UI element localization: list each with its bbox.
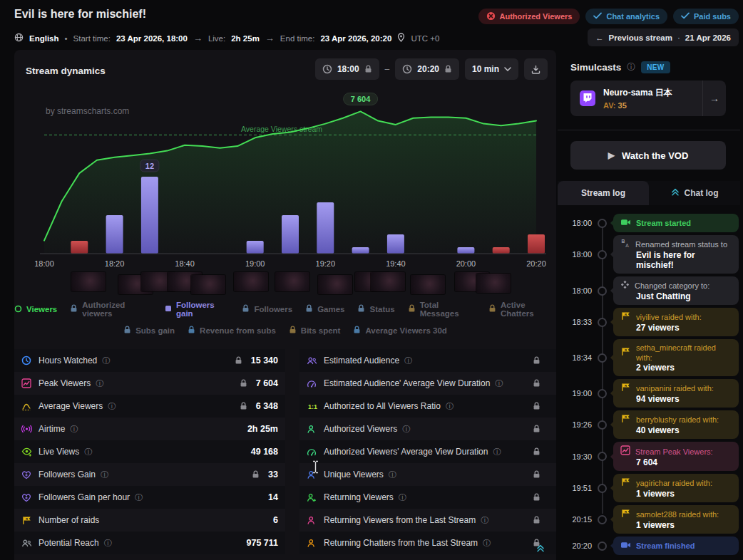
stream-thumbnail[interactable] — [275, 272, 309, 291]
stream-thumbnail[interactable] — [191, 275, 225, 294]
tab-chat-log[interactable]: Chat log — [649, 181, 740, 205]
legend-item-followers-gain[interactable]: Followers gain — [165, 301, 229, 318]
stat-row-live-views: Live Viewsⓘ49 168 — [14, 440, 285, 463]
info-icon[interactable]: ⓘ — [495, 378, 503, 389]
log-line1: Stream finished — [636, 541, 695, 551]
info-icon[interactable]: ⓘ — [108, 401, 116, 412]
lock-icon — [533, 493, 540, 502]
info-icon[interactable]: ⓘ — [481, 515, 489, 526]
download-button[interactable] — [524, 58, 548, 80]
svg-text:20:00: 20:00 — [456, 259, 476, 268]
info-icon[interactable]: ⓘ — [84, 447, 93, 457]
stream-dynamics-chart[interactable]: by streamscharts.com Average Viewers str… — [20, 84, 550, 271]
info-icon[interactable]: ⓘ — [493, 447, 501, 457]
time-to-control[interactable]: 20:20 — [395, 58, 459, 80]
info-icon[interactable]: ⓘ — [96, 378, 104, 389]
stream-thumbnail[interactable] — [234, 272, 268, 291]
legend-item-followers[interactable]: Followers — [242, 301, 292, 318]
time-from-control[interactable]: 18:00 — [315, 58, 379, 80]
info-icon[interactable]: ⓘ — [483, 538, 491, 549]
info-icon[interactable]: ⓘ — [627, 61, 635, 73]
log-time: 19:51 — [558, 484, 592, 492]
previous-stream-button[interactable]: ← Previous stream · 21 Apr 2026 — [588, 28, 739, 46]
simulcasts-header: Simulcasts ⓘ NEW — [570, 61, 670, 73]
raid-icon: R — [620, 414, 631, 425]
stream-log-entry: 19:00Rvanipanini raided with:94 viewers — [558, 379, 740, 408]
log-card-raid[interactable]: Rberryblushy raided with:40 viewers — [613, 410, 739, 439]
stream-dynamics-panel: Stream dynamics 18:00 – 20:20 10 min — [14, 50, 556, 560]
clock-icon — [402, 64, 412, 74]
stat-row-airtime: Airtimeⓘ2h 25m — [14, 418, 285, 440]
log-card-raid[interactable]: Rsetha_minecraft raided with:2 viewers — [613, 339, 739, 376]
log-time: 19:00 — [558, 389, 592, 398]
legend-item-games[interactable]: Games — [305, 301, 344, 318]
stream-thumbnail[interactable] — [371, 272, 405, 291]
camera-icon — [620, 541, 631, 551]
log-card-raid[interactable]: Rvanipanini raided with:94 viewers — [613, 379, 739, 408]
stream-thumbnail[interactable] — [71, 272, 106, 291]
stream-thumbnails — [20, 272, 550, 296]
simulcast-channel-card[interactable]: Neuro-sama 日本 AV: 35 → — [570, 81, 726, 116]
stat-value: 14 — [268, 492, 278, 502]
badge-label: Paid subs — [694, 12, 731, 21]
info-icon[interactable]: ⓘ — [101, 470, 109, 480]
header-badge-chat-analytics[interactable]: Chat analytics — [585, 9, 667, 24]
info-icon[interactable]: ⓘ — [389, 470, 397, 480]
simulcast-open-arrow[interactable]: → — [702, 81, 726, 116]
log-card-raid[interactable]: Ryagirichar raided with:1 viewers — [613, 474, 739, 502]
legend-item-status[interactable]: Status — [357, 301, 394, 318]
stat-value: 2h 25m — [247, 424, 278, 434]
raid-icon: R — [21, 516, 34, 525]
stream-thumbnail[interactable] — [411, 275, 445, 294]
log-card-finished: Stream finished — [613, 536, 739, 555]
info-icon[interactable]: ⓘ — [402, 424, 411, 435]
log-card-raid[interactable]: Rsamolet288 raided with:1 viewers — [613, 505, 739, 534]
chart-svg[interactable]: by streamscharts.com Average Viewers str… — [20, 84, 550, 271]
info-icon[interactable]: ⓘ — [70, 424, 78, 435]
legend-item-authorized-viewers[interactable]: Authorized viewers — [70, 301, 152, 318]
legend-item-active-chatters[interactable]: Active Chatters — [488, 301, 556, 318]
legend-row: ViewersAuthorized viewersFollowers gainF… — [14, 301, 556, 318]
header-badge-authorized-viewers[interactable]: Authorized Viewers — [478, 9, 580, 24]
legend-item-viewers[interactable]: Viewers — [14, 301, 57, 318]
log-line2: Just Chatting — [636, 291, 732, 301]
timeline-node — [598, 318, 607, 327]
info-icon[interactable]: ⓘ — [104, 538, 113, 549]
tab-stream-log[interactable]: Stream log — [558, 181, 649, 205]
chevrons-up-icon — [671, 188, 680, 198]
stream-log-entry: 20:15Rsamolet288 raided with:1 viewers — [558, 505, 740, 534]
scroll-up-indicator[interactable] — [536, 544, 545, 554]
header-badge-paid-subs[interactable]: Paid subs — [673, 9, 739, 24]
stat-label: Authorized to All Viewers Ratio — [324, 401, 441, 411]
legend-item-bits-spent[interactable]: Bits spent — [289, 326, 341, 336]
svg-text:20:20: 20:20 — [526, 259, 546, 268]
info-icon[interactable]: ⓘ — [404, 356, 413, 366]
stat-value: 49 168 — [251, 447, 278, 457]
log-card-raid[interactable]: Rviyilive raided with:27 viewers — [613, 308, 739, 336]
legend-item-average-viewers-30d[interactable]: Average Viewers 30d — [353, 326, 446, 336]
log-time: 18:00 — [558, 250, 592, 259]
raid-icon: R — [620, 347, 631, 358]
legend-item-subs-gain[interactable]: Subs gain — [123, 326, 175, 336]
legend-label: Average Viewers 30d — [365, 326, 446, 335]
stream-thumbnail[interactable] — [318, 275, 352, 294]
raid-icon: R — [620, 477, 631, 489]
stats-column-right: Estimated AudienceⓘEstimated Audience' A… — [299, 349, 556, 554]
interval-value: 10 min — [472, 64, 499, 74]
stat-label: Live Views — [39, 447, 79, 457]
legend-item-total-messages[interactable]: Total Messages — [408, 301, 476, 318]
camera-icon — [620, 218, 631, 229]
category-icon — [620, 280, 630, 291]
badge-label: Authorized Viewers — [500, 12, 573, 21]
info-icon[interactable]: ⓘ — [135, 492, 143, 503]
info-icon[interactable]: ⓘ — [102, 356, 111, 366]
stream-thumbnail[interactable] — [476, 274, 511, 293]
stat-row-returning-viewers-from-the-last-stream: Returning Viewers from the Last Streamⓘ — [299, 509, 556, 532]
info-icon[interactable]: ⓘ — [399, 492, 407, 503]
info-icon[interactable]: ⓘ — [446, 401, 454, 412]
interval-select[interactable]: 10 min — [465, 58, 518, 80]
heart-icon — [21, 493, 34, 502]
watch-vod-button[interactable]: ▶ Watch the VOD — [570, 141, 726, 170]
legend-item-revenue-from-subs[interactable]: Revenue from subs — [188, 326, 276, 336]
legend-label: Viewers — [26, 305, 57, 313]
